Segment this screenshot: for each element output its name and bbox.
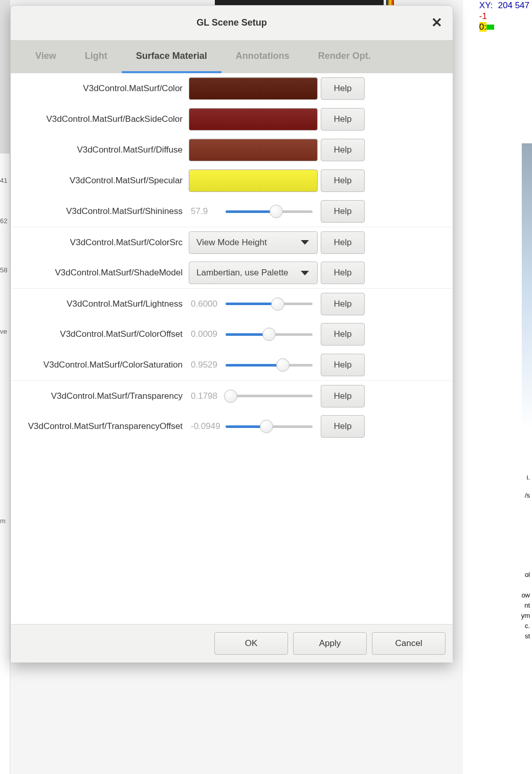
dialog-title: GL Scene Setup <box>196 17 267 28</box>
tab-bar: ViewLightSurface MaterialAnnotationsRend… <box>11 40 453 73</box>
help-button[interactable]: Help <box>321 385 365 407</box>
slider-value: 57.9 <box>189 206 223 217</box>
color-swatch[interactable] <box>189 139 318 161</box>
slider[interactable] <box>226 390 313 402</box>
property-label: V3dControl.MatSurf/Transparency <box>11 391 186 401</box>
help-button[interactable]: Help <box>321 415 365 438</box>
property-label: V3dControl.MatSurf/BackSideColor <box>11 114 186 124</box>
slider-value: 0.1798 <box>189 391 223 401</box>
help-button[interactable]: Help <box>321 231 365 254</box>
property-label: V3dControl.MatSurf/Color <box>11 83 186 94</box>
content-area: V3dControl.MatSurf/ColorHelpV3dControl.M… <box>11 73 453 624</box>
ok-button[interactable]: OK <box>214 632 288 655</box>
cancel-button[interactable]: Cancel <box>372 632 446 655</box>
tab-render-opt-[interactable]: Render Opt. <box>304 40 385 73</box>
property-label: V3dControl.MatSurf/Shininess <box>11 206 186 217</box>
help-button[interactable]: Help <box>321 323 365 346</box>
tab-view[interactable]: View <box>21 40 71 73</box>
property-row: V3dControl.MatSurf/TransparencyOffset-0.… <box>11 411 453 442</box>
help-button[interactable]: Help <box>321 200 365 223</box>
help-button[interactable]: Help <box>321 139 365 161</box>
slider[interactable] <box>226 420 313 433</box>
property-row: V3dControl.MatSurf/Transparency0.1798Hel… <box>11 380 453 411</box>
background-flag <box>386 0 394 5</box>
property-row: V3dControl.MatSurf/ColorSaturation0.9529… <box>11 350 453 380</box>
property-label: V3dControl.MatSurf/ShadeModel <box>11 268 186 278</box>
help-button[interactable]: Help <box>321 77 365 100</box>
titlebar: GL Scene Setup ✕ <box>11 6 453 40</box>
property-row: V3dControl.MatSurf/Shininess57.9Help <box>11 196 453 227</box>
help-button[interactable]: Help <box>321 354 365 376</box>
slider[interactable] <box>226 328 313 340</box>
property-label: V3dControl.MatSurf/Specular <box>11 176 186 186</box>
help-button[interactable]: Help <box>321 169 365 192</box>
property-row: V3dControl.MatSurf/DiffuseHelp <box>11 135 453 165</box>
tab-annotations[interactable]: Annotations <box>221 40 304 73</box>
property-label: V3dControl.MatSurf/Diffuse <box>11 145 186 155</box>
color-swatch[interactable] <box>189 77 318 100</box>
slider-value: 0.9529 <box>189 360 223 370</box>
property-label: V3dControl.MatSurf/ColorSrc <box>11 238 186 248</box>
close-icon[interactable]: ✕ <box>431 15 442 31</box>
property-row: V3dControl.MatSurf/ColorSrcView Mode Hei… <box>11 227 453 257</box>
background-coords: XY: 204 547 -1 0: <box>479 0 529 32</box>
background-right: i./solowntymc.st <box>463 0 532 774</box>
dialog-footer: OK Apply Cancel <box>11 624 453 662</box>
help-button[interactable]: Help <box>321 108 365 131</box>
dropdown[interactable]: View Mode Height <box>189 231 318 254</box>
slider[interactable] <box>226 359 313 371</box>
property-row: V3dControl.MatSurf/ShadeModelLambertian,… <box>11 257 453 288</box>
slider-value: 0.6000 <box>189 299 223 309</box>
help-button[interactable]: Help <box>321 262 365 284</box>
property-label: V3dControl.MatSurf/ColorOffset <box>11 329 186 339</box>
slider[interactable] <box>226 298 313 310</box>
property-row: V3dControl.MatSurf/SpecularHelp <box>11 165 453 196</box>
tab-surface-material[interactable]: Surface Material <box>122 40 221 73</box>
apply-button[interactable]: Apply <box>293 632 367 655</box>
property-label: V3dControl.MatSurf/ColorSaturation <box>11 360 186 370</box>
color-swatch[interactable] <box>189 169 318 192</box>
help-button[interactable]: Help <box>321 293 365 315</box>
slider[interactable] <box>226 205 313 218</box>
background-left: 416258vem <box>0 0 10 774</box>
property-row: V3dControl.MatSurf/ColorOffset0.0009Help <box>11 319 453 350</box>
slider-value: -0.0949 <box>189 421 223 432</box>
gl-scene-setup-dialog: GL Scene Setup ✕ ViewLightSurface Materi… <box>10 5 453 663</box>
dropdown[interactable]: Lambertian, use Palette <box>189 262 318 284</box>
tab-light[interactable]: Light <box>71 40 122 73</box>
property-row: V3dControl.MatSurf/ColorHelp <box>11 73 453 104</box>
color-swatch[interactable] <box>189 108 318 131</box>
property-row: V3dControl.MatSurf/Lightness0.6000Help <box>11 288 453 319</box>
property-row: V3dControl.MatSurf/BackSideColorHelp <box>11 104 453 135</box>
property-label: V3dControl.MatSurf/Lightness <box>11 299 186 309</box>
background-top <box>215 0 384 5</box>
slider-value: 0.0009 <box>189 329 223 339</box>
property-label: V3dControl.MatSurf/TransparencyOffset <box>11 421 186 432</box>
